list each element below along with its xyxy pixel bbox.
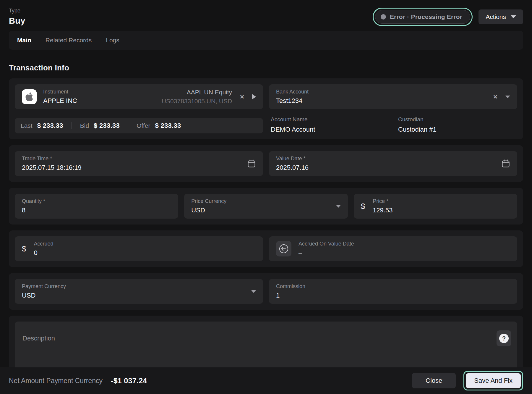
quantity-price-panel: Quantity * 8 Price Currency USD $ Price … (9, 188, 523, 225)
custodian-block: Custodian Custodian #1 (398, 116, 437, 133)
header-actions: Error · Processing Error Actions (373, 8, 523, 26)
value-date-value: 2025.07.16 (276, 164, 309, 172)
quote-offer: Offer $ 233.33 (128, 122, 189, 130)
quantity-field[interactable]: Quantity * 8 (15, 194, 178, 219)
actions-button[interactable]: Actions (479, 9, 523, 24)
clear-instrument-icon[interactable]: ✕ (240, 93, 244, 100)
quote-bid-label: Bid (80, 122, 89, 129)
accrued-on-value-date-value: – (299, 249, 354, 257)
trade-time-field[interactable]: Trade Time * 2025.07.15 18:16:19 (15, 151, 263, 176)
payment-currency-label: Payment Currency (22, 283, 66, 290)
quantity-label: Quantity * (22, 198, 45, 204)
bank-account-field[interactable]: Bank Account Test1234 ✕ (269, 84, 517, 109)
commission-value: 1 (276, 292, 305, 299)
dates-panel: Trade Time * 2025.07.15 18:16:19 Value D… (9, 145, 523, 182)
accrued-panel: $ Accrued 0 Accrued On Value Date – (9, 230, 523, 267)
instrument-field[interactable]: Instrument APPLE INC AAPL UN Equity US03… (15, 84, 263, 109)
price-value: 129.53 (373, 206, 392, 214)
commission-field[interactable]: Commission 1 (269, 279, 517, 304)
price-field[interactable]: $ Price * 129.53 (354, 194, 517, 219)
accrued-on-value-date-label: Accrued On Value Date (299, 241, 354, 247)
account-name-label: Account Name (271, 116, 386, 123)
info-divider (386, 116, 386, 133)
instrument-identifier: US0378331005.UN, USD (162, 98, 232, 105)
bank-account-text: Bank Account Test1234 (276, 89, 309, 105)
help-button[interactable]: ? (497, 330, 511, 346)
trade-time-value: 2025.07.15 18:16:19 (22, 164, 82, 172)
value-date-label: Value Date * (276, 156, 309, 162)
accrued-label: Accrued (34, 241, 53, 247)
instrument-ticker: AAPL UN Equity (162, 89, 232, 96)
instrument-ticker-block: AAPL UN Equity US0378331005.UN, USD (162, 89, 232, 105)
quote-bid: Bid $ 233.33 (72, 122, 128, 130)
dollar-sign-icon: $ (361, 202, 365, 211)
bank-account-value: Test1234 (276, 97, 309, 105)
chevron-down-icon (511, 15, 516, 18)
footer-bar: Net Amount Payment Currency -$1 037.24 C… (0, 367, 532, 394)
question-mark-icon: ? (499, 334, 509, 343)
tab-main[interactable]: Main (17, 37, 31, 44)
trade-time-label: Trade Time * (22, 156, 82, 162)
expand-instrument-icon[interactable] (252, 94, 256, 99)
dollar-sign-icon: $ (22, 244, 26, 253)
market-quotes-strip: Last $ 233.33 Bid $ 233.33 Offer $ 233.3… (15, 118, 263, 133)
transaction-type: Buy (9, 16, 25, 26)
footer-buttons: Close Save And Fix (412, 371, 523, 390)
account-info-row: Account Name DEMO Account Custodian Cust… (269, 116, 517, 133)
transaction-dialog: Type Buy Error · Processing Error Action… (0, 0, 532, 394)
calendar-icon[interactable] (247, 159, 256, 168)
price-label: Price * (373, 198, 392, 204)
clear-bank-account-icon[interactable]: ✕ (493, 93, 498, 100)
instrument-bank-panel: Instrument APPLE INC AAPL UN Equity US03… (9, 78, 523, 139)
value-date-field[interactable]: Value Date * 2025.07.16 (269, 151, 517, 176)
payment-currency-select[interactable]: Payment Currency USD (15, 279, 263, 304)
bank-account-dropdown-icon[interactable] (505, 96, 510, 98)
status-dot-icon (381, 14, 386, 20)
save-and-fix-button[interactable]: Save And Fix (466, 373, 521, 388)
account-name-value: DEMO Account (271, 126, 386, 133)
instrument-text: Instrument APPLE INC (43, 89, 77, 105)
quote-last: Last $ 233.33 (19, 122, 72, 130)
accrued-value: 0 (34, 249, 53, 257)
custodian-label: Custodian (398, 116, 437, 123)
price-currency-select[interactable]: Price Currency USD (184, 194, 348, 219)
section-title: Transaction Info (9, 63, 523, 72)
price-currency-dropdown-icon[interactable] (336, 205, 341, 208)
price-currency-value: USD (191, 206, 226, 214)
tab-related-records[interactable]: Related Records (46, 37, 92, 44)
custodian-value: Custodian #1 (398, 126, 437, 133)
accrued-on-value-date-field[interactable]: Accrued On Value Date – (269, 236, 517, 261)
tab-logs[interactable]: Logs (106, 37, 119, 44)
calendar-icon[interactable] (501, 159, 510, 168)
accrued-field[interactable]: $ Accrued 0 (15, 236, 263, 261)
commission-label: Commission (276, 283, 305, 290)
close-button[interactable]: Close (412, 373, 456, 388)
header: Type Buy Error · Processing Error Action… (0, 0, 532, 26)
quote-offer-value: $ 233.33 (155, 122, 181, 130)
instrument-label: Instrument (43, 89, 77, 95)
tab-bar: Main Related Records Logs (9, 31, 523, 50)
instrument-column: Instrument APPLE INC AAPL UN Equity US03… (15, 84, 263, 133)
copy-back-button[interactable] (276, 241, 291, 256)
instrument-value: APPLE INC (43, 97, 77, 105)
quantity-value: 8 (22, 206, 45, 214)
quote-offer-label: Offer (137, 122, 150, 129)
payment-currency-dropdown-icon[interactable] (251, 290, 256, 293)
net-amount-label: Net Amount Payment Currency (9, 377, 103, 385)
account-name-block: Account Name DEMO Account (271, 116, 386, 133)
type-block: Type Buy (9, 8, 25, 26)
status-badge[interactable]: Error · Processing Error (375, 10, 470, 24)
status-badge-highlight-ring: Error · Processing Error (373, 8, 473, 26)
net-amount-value: -$1 037.24 (111, 377, 147, 385)
quote-bid-value: $ 233.33 (94, 122, 120, 130)
quote-last-label: Last (21, 122, 33, 129)
payment-currency-value: USD (22, 292, 66, 299)
bank-account-label: Bank Account (276, 89, 309, 95)
instrument-right: AAPL UN Equity US0378331005.UN, USD ✕ (162, 89, 256, 105)
quote-last-value: $ 233.33 (37, 122, 63, 130)
bank-account-controls: ✕ (493, 93, 510, 100)
status-badge-label: Error · Processing Error (390, 13, 462, 20)
bank-account-column: Bank Account Test1234 ✕ Account Name DEM… (269, 84, 517, 133)
type-label: Type (9, 8, 25, 14)
payment-panel: Payment Currency USD Commission 1 (9, 273, 523, 310)
